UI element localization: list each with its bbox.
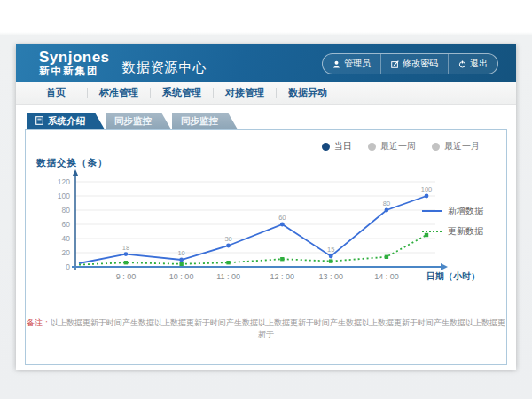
svg-text:100: 100 (58, 192, 70, 200)
nav-item-data-changes[interactable]: 数据异动 (277, 86, 339, 99)
user-icon (332, 60, 340, 68)
svg-text:40: 40 (62, 234, 71, 243)
page-title: 数据资源中心 (122, 59, 207, 76)
content-area: 系统介绍 同步监控 同步监控 当日 最近一周 (16, 105, 516, 370)
logo-text-cn: 新中新集团 (39, 66, 110, 77)
power-icon (458, 60, 466, 68)
svg-text:14 : 00: 14 : 00 (374, 272, 399, 281)
svg-text:11 : 00: 11 : 00 (216, 272, 240, 281)
change-password-label: 修改密码 (403, 58, 438, 70)
svg-text:18: 18 (122, 244, 129, 252)
svg-text:12 : 00: 12 : 00 (270, 272, 295, 281)
tab-label: 同步监控 (181, 115, 218, 128)
document-icon (35, 116, 43, 127)
svg-text:0: 0 (66, 262, 70, 271)
footnote-prefix: 备注： (27, 318, 51, 327)
svg-text:120: 120 (58, 177, 70, 186)
app-header: Synjones 新中新集团 数据资源中心 管理员 修改密码 退出 (16, 44, 516, 82)
nav-item-home[interactable]: 首页 (25, 86, 87, 99)
svg-text:13 : 00: 13 : 00 (318, 272, 343, 281)
tab-sync-monitor-1[interactable]: 同步监控 (106, 113, 171, 129)
app-window: Synjones 新中新集团 数据资源中心 管理员 修改密码 退出 (16, 44, 516, 369)
svg-text:9 : 00: 9 : 00 (116, 272, 137, 281)
svg-text:30: 30 (224, 235, 231, 243)
radio-label: 最近一周 (380, 140, 416, 153)
tab-label: 系统介绍 (48, 115, 85, 128)
current-user-label: 管理员 (344, 58, 371, 70)
svg-text:10 : 00: 10 : 00 (169, 272, 194, 281)
user-toolbar: 管理员 修改密码 退出 (322, 53, 498, 74)
footnote-text: 以上数据更新于时间产生数据以上数据更新于时间产生数据以上数据更新于时间产生数据以… (51, 318, 505, 339)
tab-label: 同步监控 (114, 115, 152, 128)
line-chart: 0204060801001209 : 0010 : 0011 : 0012 : … (40, 168, 457, 292)
svg-text:80: 80 (383, 200, 390, 207)
svg-text:10: 10 (177, 249, 184, 257)
svg-text:60: 60 (278, 214, 286, 222)
chart-legend: 新增数据 更新数据 (422, 205, 483, 246)
svg-text:20: 20 (62, 248, 71, 257)
radio-dot-icon (368, 143, 376, 151)
legend-item-new-data[interactable]: 新增数据 (422, 205, 483, 217)
chart-area: 0204060801001209 : 0010 : 0011 : 0012 : … (40, 168, 457, 292)
tab-sync-monitor-2[interactable]: 同步监控 (172, 113, 238, 129)
time-range-filter: 当日 最近一周 最近一月 (322, 140, 480, 153)
radio-last-week[interactable]: 最近一周 (368, 140, 416, 153)
current-user-button[interactable]: 管理员 (323, 54, 380, 74)
legend-line-dotted-icon (422, 231, 442, 232)
logout-label: 退出 (470, 58, 488, 70)
tab-bar: 系统介绍 同步监控 同步监控 (27, 113, 239, 129)
radio-last-month[interactable]: 最近一月 (432, 140, 480, 153)
radio-today[interactable]: 当日 (322, 140, 352, 153)
legend-item-updated-data[interactable]: 更新数据 (422, 225, 483, 238)
nav-item-standards[interactable]: 标准管理 (88, 86, 150, 99)
radio-label: 当日 (334, 140, 352, 153)
edit-icon (391, 60, 399, 68)
logout-button[interactable]: 退出 (448, 54, 497, 74)
svg-text:15: 15 (327, 246, 334, 254)
nav-item-system[interactable]: 系统管理 (151, 86, 213, 99)
logo-text-en: Synjones (39, 50, 110, 65)
footnote: 备注：以上数据更新于时间产生数据以上数据更新于时间产生数据以上数据更新于时间产生… (26, 317, 506, 340)
svg-text:60: 60 (62, 220, 71, 229)
main-nav: 首页 标准管理 系统管理 对接管理 数据异动 (16, 82, 516, 105)
chart-panel: 当日 最近一周 最近一月 数据交换（条） 0204060801001209 : … (25, 129, 507, 365)
radio-dot-icon (432, 143, 440, 151)
nav-item-integration[interactable]: 对接管理 (214, 86, 276, 99)
legend-label: 更新数据 (448, 225, 483, 238)
radio-dot-icon (322, 143, 330, 151)
legend-line-solid-icon (422, 210, 442, 212)
x-axis-title: 日期（小时） (426, 270, 480, 283)
company-logo[interactable]: Synjones 新中新集团 (39, 50, 110, 77)
legend-label: 新增数据 (448, 205, 483, 217)
tab-system-intro[interactable]: 系统介绍 (27, 113, 105, 129)
svg-text:100: 100 (421, 185, 433, 193)
change-password-button[interactable]: 修改密码 (380, 54, 448, 74)
svg-text:80: 80 (62, 206, 71, 215)
radio-label: 最近一月 (444, 140, 480, 153)
